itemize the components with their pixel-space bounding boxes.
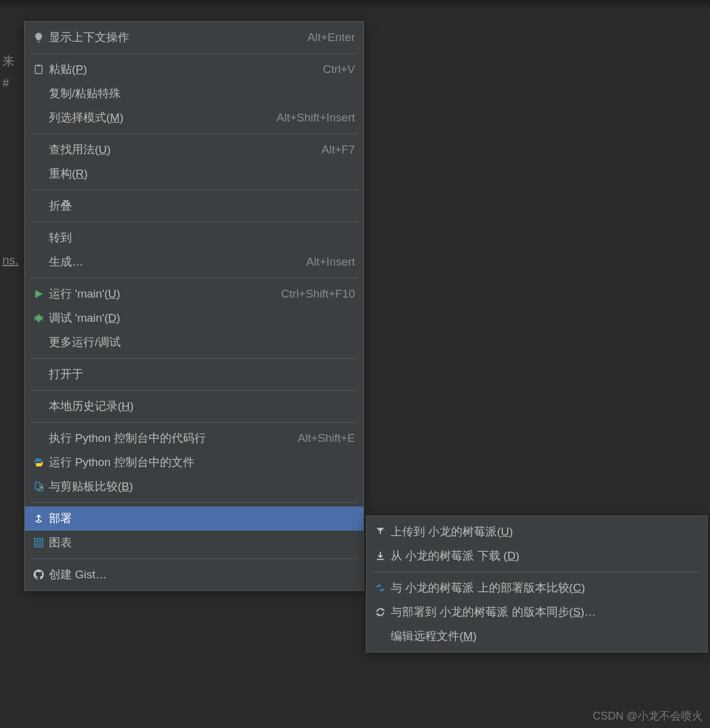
menu-item[interactable]: 编辑远程文件(M) [366, 624, 707, 648]
menu-item-label: 更多运行/调试 [46, 334, 121, 350]
menu-item-label: 粘贴(P) [46, 62, 87, 77]
upload-icon [373, 526, 388, 537]
menu-item[interactable]: 与剪贴板比较(B) [25, 474, 363, 499]
menu-item-label: 上传到 小龙的树莓派(U) [388, 524, 513, 540]
chevron-right-icon [347, 371, 355, 378]
menu-item-label: 部署 [46, 511, 72, 526]
menu-item[interactable]: 调试 'main'(D) [25, 306, 363, 330]
menu-item-label: 编辑远程文件(M) [388, 628, 476, 644]
chevron-right-icon [347, 515, 355, 523]
menu-item-label: 从 小龙的树莓派 下载 (D) [388, 548, 519, 564]
chevron-right-icon [347, 90, 355, 98]
sync-icon [373, 607, 388, 618]
menu-item[interactable]: 与部署到 小龙的树莓派 的版本同步(S)… [366, 600, 707, 624]
diagram-icon [31, 537, 46, 548]
menu-item[interactable]: 查找用法(U)Alt+F7 [25, 138, 363, 162]
shortcut: Alt+F7 [322, 143, 355, 156]
menu-item-label: 列选择模式(M) [46, 110, 123, 126]
menu-item[interactable]: 本地历史记录(H) [25, 394, 363, 418]
chevron-right-icon [347, 234, 355, 242]
menu-item-label: 查找用法(U) [46, 142, 110, 158]
menu-item-label: 运行 Python 控制台中的文件 [46, 455, 194, 470]
paste-icon [31, 64, 46, 75]
debug-icon [31, 313, 46, 324]
menu-item[interactable]: 从 小龙的树莓派 下载 (D) [366, 544, 707, 568]
menu-item-label: 执行 Python 控制台中的代码行 [46, 430, 206, 446]
menu-item[interactable]: 与 小龙的树莓派 上的部署版本比较(C) [366, 576, 707, 600]
code-text: # [0, 76, 9, 90]
download-icon [373, 551, 388, 561]
menu-item-label: 调试 'main'(D) [46, 310, 120, 326]
menu-item[interactable]: 生成…Alt+Insert [25, 250, 363, 274]
menu-item-label: 本地历史记录(H) [46, 398, 133, 414]
code-text: ns. [0, 254, 19, 267]
chevron-right-icon [347, 539, 355, 547]
menu-item[interactable]: 运行 'main'(U)Ctrl+Shift+F10 [25, 282, 363, 306]
menu-item[interactable]: 执行 Python 控制台中的代码行Alt+Shift+E [25, 426, 363, 450]
bulb-icon [31, 32, 46, 43]
menu-item[interactable]: 图表 [25, 531, 363, 555]
context-menu: 显示上下文操作Alt+Enter粘贴(P)Ctrl+V复制/粘贴特殊列选择模式(… [24, 21, 364, 591]
menu-item-label: 显示上下文操作 [46, 30, 129, 45]
chevron-right-icon [347, 339, 355, 346]
run-icon [31, 289, 46, 299]
menu-item-label: 打开于 [46, 366, 83, 382]
deploy-icon [31, 513, 46, 524]
menu-item-label: 生成… [46, 254, 83, 270]
menu-item[interactable]: 重构(R) [25, 162, 363, 186]
shortcut: Ctrl+V [323, 63, 355, 76]
shortcut: Ctrl+Shift+F10 [281, 287, 356, 301]
deploy-submenu: 上传到 小龙的树莓派(U)从 小龙的树莓派 下载 (D)与 小龙的树莓派 上的部… [366, 516, 708, 653]
menu-item[interactable]: 折叠 [25, 194, 363, 218]
menu-item[interactable]: 创建 Gist… [25, 563, 363, 587]
menu-item[interactable]: 运行 Python 控制台中的文件 [25, 450, 363, 474]
menu-item-label: 与部署到 小龙的树莓派 的版本同步(S)… [388, 604, 596, 620]
menu-item[interactable]: 显示上下文操作Alt+Enter [25, 25, 363, 49]
chevron-right-icon [347, 202, 355, 210]
menu-item-label: 与剪贴板比较(B) [46, 479, 133, 494]
code-text: 来 [0, 53, 14, 69]
clip-icon [31, 481, 46, 492]
menu-item-label: 与 小龙的树莓派 上的部署版本比较(C) [388, 580, 585, 596]
menu-item-label: 创建 Gist… [46, 567, 107, 583]
shortcut: Alt+Insert [306, 255, 355, 269]
chevron-right-icon [347, 403, 355, 410]
menu-item[interactable]: 上传到 小龙的树莓派(U) [366, 520, 707, 544]
menu-item-label: 复制/粘贴特殊 [46, 86, 121, 101]
menu-item[interactable]: 部署 [25, 506, 363, 531]
github-icon [31, 569, 46, 580]
menu-item[interactable]: 粘贴(P)Ctrl+V [25, 57, 363, 81]
menu-item[interactable]: 列选择模式(M)Alt+Shift+Insert [25, 106, 363, 130]
menu-item[interactable]: 打开于 [25, 362, 363, 386]
menu-item[interactable]: 转到 [25, 226, 363, 250]
menu-item-label: 折叠 [46, 198, 72, 214]
chevron-right-icon [347, 170, 355, 178]
python-icon [31, 457, 46, 468]
shortcut: Alt+Shift+E [298, 432, 355, 445]
menu-item-label: 运行 'main'(U) [46, 286, 120, 302]
menu-item-label: 重构(R) [46, 166, 88, 182]
menu-item-label: 转到 [46, 230, 72, 246]
shortcut: Alt+Enter [307, 31, 355, 44]
menu-item-label: 图表 [46, 535, 72, 551]
menu-item[interactable]: 更多运行/调试 [25, 330, 363, 354]
compare-icon [373, 583, 388, 593]
shortcut: Alt+Shift+Insert [277, 111, 355, 124]
watermark: CSDN @小龙不会喷火 [593, 709, 703, 723]
menu-item[interactable]: 复制/粘贴特殊 [25, 81, 363, 106]
